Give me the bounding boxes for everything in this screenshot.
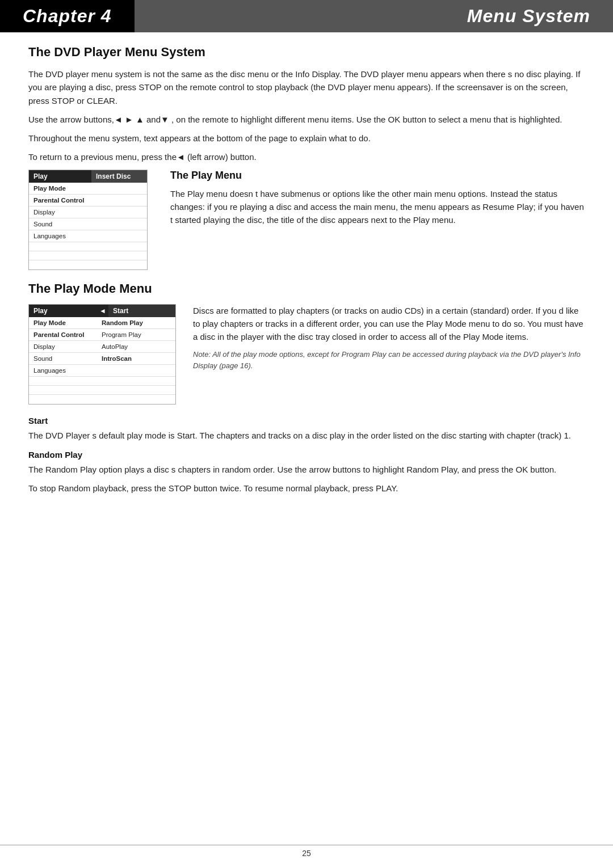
menu2-row2-left: Parental Control (29, 329, 97, 340)
menu2-row4-left: Sound (29, 353, 97, 364)
play-menu-section: Play Insert Disc Play Mode Parental Cont… (28, 170, 585, 270)
menu1-row-1: Play Mode (29, 183, 147, 195)
menu1-empty3 (29, 260, 147, 269)
page-number: 25 (302, 849, 311, 858)
menu1-header-left: Play (29, 170, 91, 183)
menu1-row-4: Sound (29, 218, 147, 230)
play-menu-right: The Play Menu The Play menu doesn t have… (170, 170, 585, 233)
menu1-row1-left: Play Mode (29, 183, 91, 194)
play-menu-box: Play Insert Disc Play Mode Parental Cont… (28, 170, 148, 270)
menu2-header-left: Play (29, 305, 97, 317)
menu1-row2-left: Parental Control (29, 195, 91, 206)
play-mode-left: Play ◄ Start Play Mode Random Play Paren… (28, 304, 176, 404)
menu1-header: Play Insert Disc (29, 170, 147, 183)
menu2-header: Play ◄ Start (29, 305, 175, 317)
chapter-label: Chapter 4 (0, 0, 135, 32)
play-mode-intro: Discs are formatted to play chapters (or… (193, 304, 585, 344)
menu2-empty1 (29, 377, 175, 386)
intro-para-4: To return to a previous menu, press the◄… (28, 150, 585, 163)
intro-para-3: Throughout the menu system, text appears… (28, 132, 585, 145)
menu1-row-2: Parental Control (29, 195, 147, 207)
menu2-empty2 (29, 386, 175, 395)
menu2-empty3 (29, 395, 175, 404)
play-mode-menu-box: Play ◄ Start Play Mode Random Play Paren… (28, 304, 176, 404)
menu2-row5-right (97, 365, 175, 376)
menu2-header-arrow: ◄ (97, 305, 108, 317)
start-title: Start (28, 416, 585, 425)
menu2-row-2: Parental Control Program Play (29, 329, 175, 341)
page-footer: 25 (0, 845, 613, 858)
menu2-row-4: Sound IntroScan (29, 353, 175, 365)
intro-para-2: Use the arrow buttons,◄ ► ▲ and▼ , on th… (28, 113, 585, 126)
menu1-row5-right (91, 230, 147, 242)
start-text: The DVD Player s default play mode is St… (28, 429, 585, 442)
menu2-row3-left: Display (29, 341, 97, 352)
random-play-title: Random Play (28, 450, 585, 460)
menu1-row-5: Languages (29, 230, 147, 242)
page-title: Menu System (135, 0, 613, 32)
menu2-row-3: Display AutoPlay (29, 341, 175, 353)
menu1-header-right: Insert Disc (91, 170, 147, 183)
play-mode-note: Note: All of the play mode options, exce… (193, 349, 585, 371)
play-menu-label: The Play Menu (170, 170, 585, 182)
menu1-empty2 (29, 251, 147, 260)
page-content: The DVD Player Menu System The DVD playe… (0, 45, 613, 523)
menu2-header-right: Start (108, 305, 175, 317)
menu1-row4-left: Sound (29, 218, 91, 230)
play-mode-section: Play ◄ Start Play Mode Random Play Paren… (28, 304, 585, 404)
play-mode-right: Discs are formatted to play chapters (or… (193, 304, 585, 377)
page-header: Chapter 4 Menu System (0, 0, 613, 32)
menu1-row2-right (91, 195, 147, 206)
menu1-row3-right (91, 207, 147, 218)
random-play-para-1: The Random Play option plays a disc s ch… (28, 463, 585, 476)
menu2-row-5: Languages (29, 365, 175, 377)
play-menu-description: The Play menu doesn t have submenus or o… (170, 187, 585, 227)
menu2-row1-right: Random Play (97, 317, 175, 328)
menu2-row-1: Play Mode Random Play (29, 317, 175, 329)
play-mode-title: The Play Mode Menu (28, 281, 585, 296)
random-play-para-2: To stop Random playback, press the STOP … (28, 482, 585, 495)
menu2-row2-right: Program Play (97, 329, 175, 340)
menu2-row5-left: Languages (29, 365, 97, 376)
menu2-row3-right: AutoPlay (97, 341, 175, 352)
menu1-row3-left: Display (29, 207, 91, 218)
menu2-row4-right: IntroScan (97, 353, 175, 364)
main-section-title: The DVD Player Menu System (28, 45, 585, 60)
menu2-row1-left: Play Mode (29, 317, 97, 328)
menu1-empty (29, 242, 147, 251)
play-menu-left: Play Insert Disc Play Mode Parental Cont… (28, 170, 153, 270)
menu1-row4-right (91, 218, 147, 230)
menu1-row1-right (91, 183, 147, 194)
menu1-row5-left: Languages (29, 230, 91, 242)
menu1-row-3: Display (29, 207, 147, 218)
intro-para-1: The DVD player menu system is not the sa… (28, 68, 585, 107)
